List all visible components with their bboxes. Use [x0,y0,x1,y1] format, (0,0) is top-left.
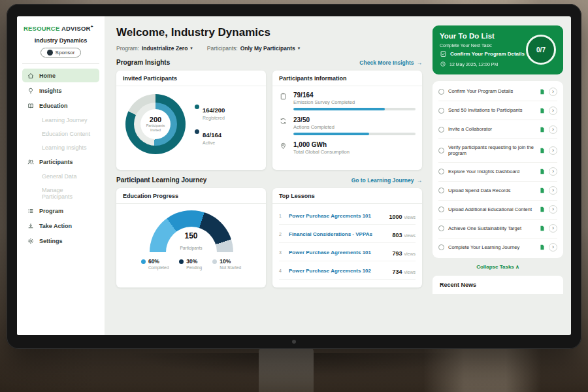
todo-next-task: Confirm Your Program Details [440,50,525,57]
sidebar-item-learning-journey[interactable]: Learning Journey [22,114,99,126]
todo-panel: Your To Do List Complete Your Next Task:… [431,16,571,335]
legend-not-started: 10% Not Started [212,258,241,270]
legend-dot-active [195,129,199,134]
app-logo: RESOURCE ADVISOR+ [22,23,99,37]
task-checkbox[interactable] [438,89,444,95]
check-more-insights-link[interactable]: Check More Insights → [359,59,422,66]
task-checkbox[interactable] [438,244,444,250]
sidebar-item-home[interactable]: Home [22,69,99,82]
chevron-right-icon[interactable]: › [549,243,557,252]
sidebar-item-settings[interactable]: Settings [22,234,99,248]
task-checkbox[interactable] [438,206,444,212]
sidebar-item-education[interactable]: Education [22,99,99,112]
todo-task-row[interactable]: Verify participants requesting to join t… [438,139,557,163]
todo-task-row[interactable]: Confirm Your Program Details › [438,82,557,101]
chevron-right-icon[interactable]: › [549,186,557,195]
sidebar-item-program[interactable]: Program [22,204,99,218]
page-title: Welcome, Industry Dynamics [116,26,422,39]
sidebar-item-education-content[interactable]: Education Content [22,127,99,140]
task-checkbox[interactable] [438,169,444,174]
document-icon [540,169,545,174]
lesson-link[interactable]: Power Purchase Agreements 101 [289,213,384,219]
logo-advisor: ADVISOR [61,25,91,32]
top-lessons-card-title: Top Lessons [272,188,422,204]
chevron-up-icon: ∧ [515,264,519,270]
participants-filter-value: Only My Participants [240,45,295,52]
document-icon [540,225,545,231]
program-insights-cards: Invited Participants 200 Participants In… [116,71,422,170]
task-checkbox[interactable] [438,108,444,114]
org-name: Industry Dynamics [22,37,99,44]
settings-icon [27,237,35,245]
todo-task-row[interactable]: Send 50 Invitations to Participants › [438,101,557,120]
chevron-down-icon: ▾ [298,46,301,51]
todo-task-list: Confirm Your Program Details › Send 50 I… [433,81,563,258]
lesson-row: 2 Financial Considerations - VPPAs 803vi… [279,225,416,243]
legend-dot-completed [141,259,146,264]
chevron-right-icon[interactable]: › [549,146,557,155]
todo-task-row[interactable]: Achieve One Sustainability Target › [438,220,557,238]
legend-active: 84/164 Active [195,128,225,145]
task-checkbox[interactable] [438,148,444,154]
todo-progress-badge: 0/7 [526,35,556,65]
chevron-right-icon[interactable]: › [549,106,557,115]
chevron-down-icon: ▾ [190,46,193,51]
chevron-right-icon[interactable]: › [549,125,557,134]
arrow-right-icon: → [417,177,423,184]
invited-participants-donut-chart: 200 Participants Invited [125,94,186,154]
program-filter-label: Program: [116,45,139,52]
lesson-row: 3 Power Purchase Agreements 101 793views [279,243,416,261]
education-progress-card: Education Progress 150 Participants [116,188,266,287]
lesson-link[interactable]: Power Purchase Agreements 103 [289,286,387,288]
arrow-right-icon: → [417,59,423,66]
todo-task-row[interactable]: Explore Your Insights Dashboard › [438,163,557,182]
document-icon [540,148,545,154]
task-checkbox[interactable] [438,127,444,133]
lesson-row: 5 Power Purchase Agreements 103 600views [279,280,416,287]
lesson-row: 1 Power Purchase Agreements 101 1000view… [279,206,416,225]
sidebar-item-general-data[interactable]: General Data [22,170,99,182]
todo-task-row[interactable]: Invite a Collaborator › [438,120,557,139]
invited-participants-card-title: Invited Participants [116,71,266,86]
todo-task-row[interactable]: Complete Your Learning Journey › [438,238,557,257]
todo-task-row[interactable]: Upload Additional Educational Content › [438,201,557,220]
education-progress-gauge-chart: 150 Participants [150,210,233,252]
chevron-right-icon[interactable]: › [549,205,557,214]
chevron-right-icon[interactable]: › [549,224,557,233]
todo-task-row[interactable]: Upload Spend Data Records › [438,182,557,201]
stat-emission-survey: 79/164 Emission Survey Completed [279,91,416,110]
education-icon [27,102,35,110]
sidebar-item-learning-insights[interactable]: Learning Insights [22,141,99,154]
sidebar-item-insights[interactable]: Insights [22,84,99,97]
recent-news-header: Recent News [433,276,563,294]
learning-journey-header: Participant Learning Journey Go to Learn… [116,176,422,184]
legend-completed: 60% Completed [141,258,169,270]
document-icon [540,188,545,193]
participants-filter-dropdown[interactable]: Participants: Only My Participants ▾ [207,45,300,52]
logo-plus: + [91,24,93,29]
sidebar-item-participants[interactable]: Participants [22,155,99,169]
program-insights-header: Program Insights Check More Insights → [116,59,422,66]
task-checkbox[interactable] [438,188,444,193]
lesson-row: 4 Power Purchase Agreements 102 734views [279,261,416,280]
sponsor-icon [47,50,53,56]
home-icon [27,72,35,80]
sidebar-item-take-action[interactable]: Take Action [22,219,99,233]
participants-icon [27,158,35,166]
task-checkbox[interactable] [438,225,444,231]
program-filter-dropdown[interactable]: Program: Industrialize Zero ▾ [116,45,193,52]
stat-global-consumption: 1,000 GWh Total Global Consumption [279,141,416,155]
legend-pending: 30% Pending [179,258,202,270]
take-action-icon [27,222,35,230]
collapse-tasks-link[interactable]: Collapse Tasks ∧ [433,264,563,270]
learning-journey-title: Participant Learning Journey [116,176,206,184]
sidebar-item-manage-participants[interactable]: Manage Participants [22,184,99,203]
chevron-right-icon[interactable]: › [549,167,557,176]
go-to-learning-journey-link[interactable]: Go to Learning Journey → [351,177,422,184]
lesson-link[interactable]: Power Purchase Agreements 102 [289,268,387,274]
lesson-link[interactable]: Financial Considerations - VPPAs [289,231,387,237]
filters-bar: Program: Industrialize Zero ▾ Participan… [116,45,422,52]
chevron-right-icon[interactable]: › [549,88,557,96]
document-icon [540,206,545,212]
lesson-link[interactable]: Power Purchase Agreements 101 [289,250,387,255]
